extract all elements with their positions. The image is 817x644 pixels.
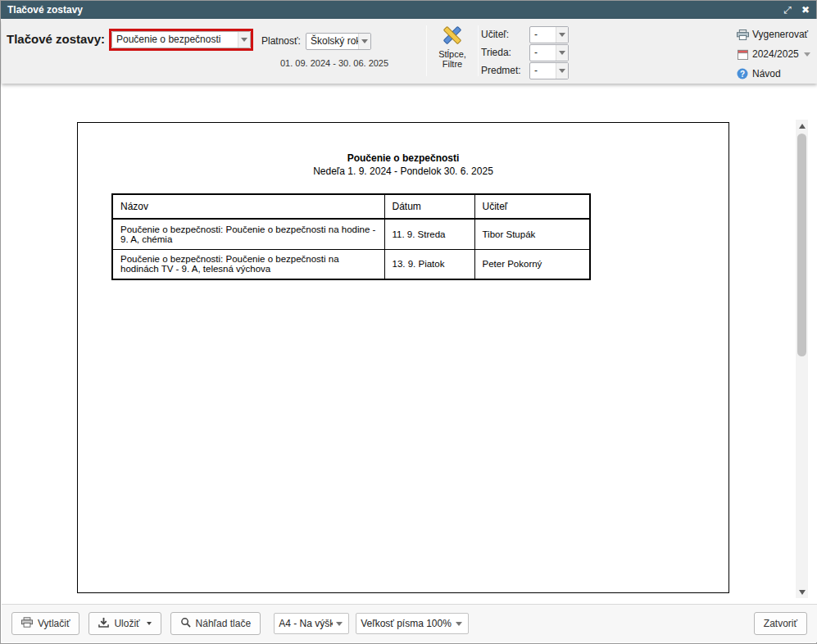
chevron-down-icon: [238, 32, 250, 48]
column-header-ucitel: Učiteľ: [474, 194, 590, 219]
font-size-select[interactable]: Veľkosť písma 100%: [356, 613, 469, 634]
print-reports-dialog: Tlačové zostavy ⤢ ✖ Tlačové zostavy: Pou…: [0, 0, 817, 644]
subject-select[interactable]: -: [529, 62, 569, 79]
document-page: Poučenie o bezpečnosti Nedeľa 1. 9. 2024…: [77, 122, 729, 593]
generate-button[interactable]: Vygenerovať: [736, 27, 815, 42]
window-title: Tlačové zostavy: [7, 4, 83, 16]
toolbar: Tlačové zostavy: Poučenie o bezpečnosti …: [2, 19, 817, 84]
columns-filters-button[interactable]: Stĺpce, Filtre: [429, 24, 475, 78]
calendar-icon: [736, 49, 749, 60]
subject-filter-row: Predmet: -: [481, 62, 569, 79]
help-label: Návod: [752, 68, 781, 79]
arrow-down-icon: [799, 590, 806, 595]
preview-area: Poučenie o bezpečnosti Nedeľa 1. 9. 2024…: [2, 84, 817, 605]
paper-format-value: A4 - Na výšku: [275, 614, 333, 633]
printer-icon: [21, 617, 33, 630]
report-table: Názov Dátum Učiteľ Poučenie o bezpečnost…: [111, 193, 591, 280]
magnifier-icon: [180, 617, 191, 630]
save-button[interactable]: Uložiť: [89, 612, 161, 635]
column-header-nazov: Názov: [112, 194, 384, 219]
school-year-value: 2024/2025: [752, 48, 799, 60]
teacher-label: Učiteľ:: [481, 29, 526, 40]
report-select-label: Tlačové zostavy:: [7, 32, 105, 46]
chevron-down-icon: [556, 63, 568, 79]
chevron-down-icon: [358, 34, 370, 49]
close-icon[interactable]: ✖: [801, 5, 810, 15]
filters-group: Učiteľ: - Trieda: - Predmet: -: [481, 26, 569, 80]
close-button[interactable]: Zatvoriť: [754, 612, 807, 635]
cell-nazov: Poučenie o bezpečnosti: Poučenie o bezpe…: [112, 219, 384, 249]
print-button[interactable]: Vytlačiť: [11, 612, 79, 635]
arrow-up-icon: [799, 124, 806, 129]
subject-label: Predmet:: [481, 65, 526, 76]
validity-date-range: 01. 09. 2024 - 30. 06. 2025: [280, 58, 388, 68]
report-select-highlight: Poučenie o bezpečnosti: [109, 29, 253, 51]
table-row: Poučenie o bezpečnosti: Poučenie o bezpe…: [112, 219, 590, 249]
document-title: Poučenie o bezpečnosti: [78, 152, 728, 164]
cell-ucitel: Tibor Stupák: [474, 219, 590, 249]
chevron-down-icon: [556, 45, 568, 61]
save-label: Uložiť: [114, 618, 139, 629]
chevron-down-icon: [556, 27, 568, 43]
close-label: Zatvoriť: [764, 618, 797, 629]
help-icon: ?: [736, 68, 749, 79]
validity-select[interactable]: Školský rok: [306, 33, 371, 50]
teacher-select[interactable]: -: [529, 26, 569, 43]
cell-datum: 13. 9. Piatok: [384, 249, 474, 279]
help-glyph: ?: [740, 70, 745, 79]
class-filter-row: Trieda: -: [481, 44, 569, 61]
generate-label: Vygenerovať: [752, 29, 808, 40]
cell-ucitel: Peter Pokorný: [474, 249, 590, 279]
vertical-scrollbar[interactable]: [796, 120, 808, 598]
class-label: Trieda:: [481, 47, 526, 58]
table-row: Poučenie o bezpečnosti: Poučenie o bezpe…: [112, 249, 590, 279]
columns-filters-label: Stĺpce, Filtre: [438, 50, 466, 69]
crossed-pencils-icon: [440, 24, 465, 48]
font-size-value: Veľkosť písma 100%: [356, 614, 452, 633]
titlebar: Tlačové zostavy ⤢ ✖: [1, 1, 816, 19]
cell-datum: 11. 9. Streda: [384, 219, 474, 249]
download-icon: [98, 617, 109, 630]
teacher-select-value: -: [530, 27, 556, 43]
document-subtitle: Nedeľa 1. 9. 2024 - Pondelok 30. 6. 2025: [78, 166, 728, 177]
report-select-value: Poučenie o bezpečnosti: [112, 32, 238, 48]
print-preview-label: Náhľad tlače: [196, 618, 252, 629]
class-select[interactable]: -: [529, 44, 569, 61]
scrollbar-thumb[interactable]: [797, 134, 806, 356]
footer-bar: Vytlačiť Uložiť Náhľad tlače: [2, 604, 817, 642]
toolbar-right-group: Vygenerovať 2024/2025 ?: [736, 27, 815, 86]
chevron-down-icon: [804, 52, 810, 57]
school-year-select[interactable]: 2024/2025: [736, 47, 815, 61]
cell-nazov: Poučenie o bezpečnosti: Poučenie o bezpe…: [112, 249, 384, 279]
scroll-down-button[interactable]: [796, 586, 808, 598]
printer-icon: [736, 29, 749, 40]
scroll-up-button[interactable]: [796, 120, 808, 132]
report-select[interactable]: Poučenie o bezpečnosti: [111, 31, 251, 48]
subject-select-value: -: [530, 63, 556, 79]
paper-format-select[interactable]: A4 - Na výšku: [274, 613, 349, 634]
toolbar-separator: [426, 25, 427, 76]
print-label: Vytlačiť: [38, 618, 70, 629]
validity-label: Platnosť:: [261, 35, 301, 47]
help-link[interactable]: ? Návod: [736, 66, 815, 81]
chevron-down-icon: [452, 614, 465, 633]
class-select-value: -: [530, 45, 556, 61]
validity-select-value: Školský rok: [306, 34, 358, 49]
chevron-down-icon: [333, 614, 345, 633]
teacher-filter-row: Učiteľ: -: [481, 26, 569, 43]
resize-icon[interactable]: ⤢: [783, 5, 792, 15]
table-header-row: Názov Dátum Učiteľ: [112, 194, 590, 219]
column-header-datum: Dátum: [384, 194, 474, 219]
chevron-down-icon: [147, 622, 152, 625]
toolbar-separator: [478, 25, 479, 76]
print-preview-button[interactable]: Náhľad tlače: [170, 612, 261, 635]
